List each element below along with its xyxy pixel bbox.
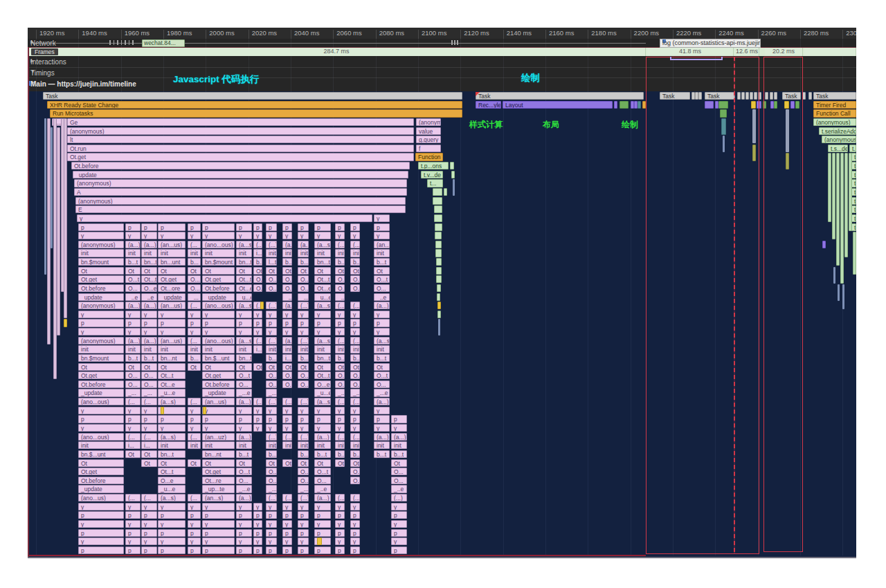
flame-block[interactable]: (a...s): [314, 337, 331, 344]
flame-block[interactable]: p: [350, 546, 360, 554]
flame-block[interactable]: y: [202, 520, 235, 528]
flame-block[interactable]: [435, 241, 442, 248]
flame-block[interactable]: init: [141, 249, 157, 257]
flame-block[interactable]: y: [202, 232, 235, 239]
flame-block[interactable]: (a...): [125, 337, 141, 344]
flame-block[interactable]: Ot...t: [158, 468, 186, 475]
flame-block[interactable]: [433, 188, 442, 196]
flame-block[interactable]: [828, 153, 831, 222]
flame-block[interactable]: y: [188, 328, 201, 336]
flame-block[interactable]: y: [236, 311, 252, 318]
flame-block[interactable]: (...: [188, 241, 201, 248]
flame-block[interactable]: [64, 319, 67, 327]
flame-block[interactable]: b...t: [374, 450, 390, 458]
flame-block[interactable]: t.s: [849, 145, 856, 152]
flame-block[interactable]: y: [266, 328, 277, 336]
flame-block[interactable]: (a...s): [158, 433, 186, 441]
flame-block[interactable]: (a...s): [236, 302, 252, 309]
flame-block[interactable]: [433, 197, 442, 205]
flame-block[interactable]: Ot: [141, 363, 157, 371]
flame-block[interactable]: O...t: [125, 275, 141, 283]
flame-block[interactable]: O...: [391, 477, 407, 484]
flame-block[interactable]: Ot.get: [78, 371, 124, 379]
flame-block[interactable]: y: [314, 232, 331, 239]
flame-block[interactable]: Ot.before: [78, 477, 124, 484]
flame-block[interactable]: Ot: [125, 363, 141, 371]
flame-block[interactable]: (...): [335, 337, 345, 344]
flame-block[interactable]: p: [314, 546, 331, 554]
flame-block[interactable]: (...: [253, 337, 262, 344]
flame-block[interactable]: t..: [851, 197, 856, 205]
flame-block[interactable]: p: [125, 529, 141, 537]
flame-block[interactable]: y: [335, 520, 345, 528]
flame-block[interactable]: (an...us): [158, 337, 186, 344]
flame-block[interactable]: y: [78, 538, 124, 545]
flame-block[interactable]: Ot: [202, 363, 235, 371]
flame-block[interactable]: init: [374, 441, 390, 449]
flame-block[interactable]: b...t: [298, 354, 309, 362]
flame-block[interactable]: Ot: [158, 363, 186, 371]
flame-block[interactable]: _...e: [236, 485, 252, 493]
flame-block[interactable]: p: [350, 529, 360, 537]
flame-block[interactable]: [444, 188, 447, 196]
flame-block[interactable]: b...t: [350, 450, 360, 458]
flame-block[interactable]: y: [298, 311, 309, 318]
flame-block[interactable]: y: [350, 232, 360, 239]
flame-block[interactable]: Ot: [253, 267, 262, 275]
flame-block[interactable]: p: [141, 529, 157, 537]
flame-block[interactable]: y: [266, 520, 277, 528]
flame-block[interactable]: i...: [253, 345, 262, 353]
flame-block[interactable]: y: [335, 538, 345, 545]
flame-block[interactable]: p: [188, 223, 201, 231]
flame-block[interactable]: (a...): [282, 302, 292, 309]
flame-block[interactable]: (...): [335, 241, 345, 248]
flame-block[interactable]: [833, 267, 835, 284]
flame-block[interactable]: bn...nt: [158, 354, 186, 362]
flame-block[interactable]: init: [282, 441, 292, 449]
flame-block[interactable]: [203, 407, 206, 414]
flame-block[interactable]: bn...t: [141, 258, 157, 266]
flame-block[interactable]: t.v...de: [421, 171, 443, 178]
flame-block[interactable]: y: [188, 232, 201, 239]
flame-block[interactable]: Ot.before: [78, 284, 124, 292]
flame-block[interactable]: Ot: [253, 363, 262, 371]
flame-block[interactable]: [44, 118, 46, 275]
flame-block[interactable]: init: [158, 249, 186, 257]
flame-block[interactable]: y: [282, 311, 292, 318]
flame-block[interactable]: (anonymous): [75, 197, 406, 205]
flame-block[interactable]: Ot: [314, 267, 331, 275]
flame-block[interactable]: y: [391, 503, 407, 511]
network-request-tick[interactable]: [129, 40, 130, 45]
flame-block[interactable]: Ot: [391, 459, 407, 467]
flame-block[interactable]: y: [298, 538, 309, 545]
flame-block[interactable]: p: [253, 223, 262, 231]
flame-block[interactable]: bn...t: [236, 354, 252, 362]
flame-block[interactable]: Ot: [158, 267, 186, 275]
flame-block[interactable]: init: [158, 345, 186, 353]
flame-block[interactable]: y: [253, 424, 262, 432]
flame-block[interactable]: Task: [476, 92, 644, 100]
flame-block[interactable]: Ot.get: [78, 468, 124, 475]
flame-block[interactable]: Ot: [236, 267, 252, 275]
flame-block[interactable]: y: [314, 520, 331, 528]
flame-block[interactable]: [51, 127, 53, 249]
flame-block[interactable]: p: [78, 529, 124, 537]
flame-block[interactable]: Ot: [350, 363, 360, 371]
flame-block[interactable]: y: [282, 538, 292, 545]
flame-block[interactable]: O...: [335, 371, 345, 379]
flame-block[interactable]: [435, 223, 442, 231]
flame-block[interactable]: (ano...ous): [202, 302, 235, 309]
flame-block[interactable]: Ot: [314, 363, 331, 371]
network-request-chip[interactable]: wechat.84...: [142, 39, 185, 47]
flame-block[interactable]: p: [266, 223, 277, 231]
flame-block[interactable]: (anonymous): [78, 302, 124, 309]
flame-block[interactable]: _update: [202, 293, 235, 301]
flame-block[interactable]: [849, 153, 852, 230]
flame-block[interactable]: O...: [282, 284, 292, 292]
flame-block[interactable]: y: [188, 424, 201, 432]
flame-block[interactable]: Ot...re: [202, 477, 235, 484]
flame-block[interactable]: Ot: [350, 459, 360, 467]
flame-block[interactable]: (...): [298, 398, 309, 405]
flame-block[interactable]: y: [236, 407, 252, 414]
flame-block[interactable]: p: [374, 415, 390, 423]
